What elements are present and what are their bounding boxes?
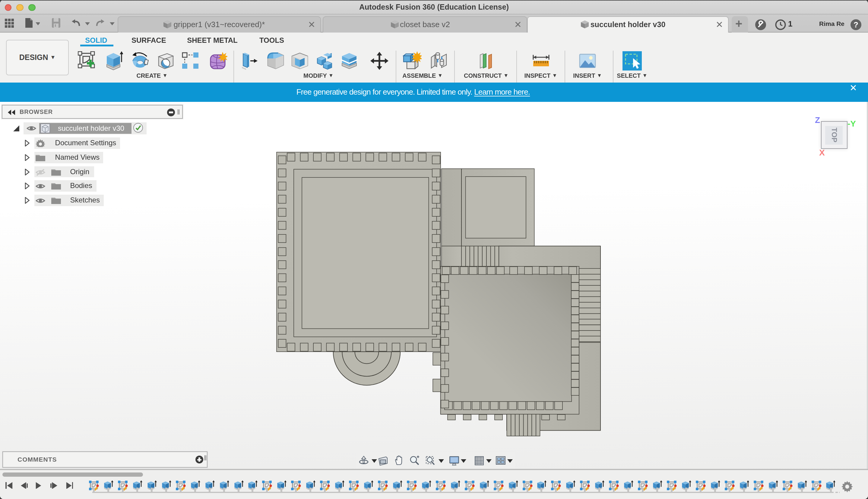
svg-text:?: ? [854,20,858,29]
